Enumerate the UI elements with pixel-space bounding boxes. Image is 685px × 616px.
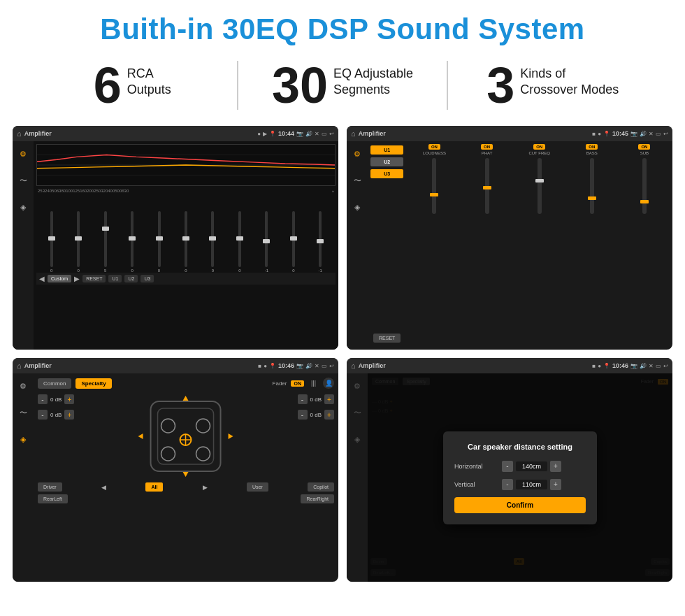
sp-speaker-side-icon[interactable]: ◈	[16, 432, 30, 446]
cr-phat-slider[interactable]	[485, 158, 489, 214]
crossover-screen-panel: ⌂ Amplifier ■ ● 📍 10:45 📷 🔊 ✕ ▭ ↩ ⚙ 〜 ◈	[347, 126, 672, 350]
sp-filter-icon[interactable]: ⚙	[16, 379, 30, 393]
eq-thumb-7[interactable]	[209, 236, 216, 241]
stat-divider-1	[237, 61, 238, 110]
cr-bass-thumb[interactable]	[588, 196, 596, 200]
cr-cutfreq-slider[interactable]	[538, 158, 542, 214]
dlg-vertical-minus[interactable]: -	[502, 479, 513, 490]
dlg-horizontal-minus[interactable]: -	[502, 461, 513, 472]
sp-user-btn[interactable]: User	[247, 482, 268, 492]
eq-custom-btn[interactable]: Custom	[48, 275, 71, 282]
sp-rearleft-btn[interactable]: RearLeft	[38, 494, 68, 503]
svg-point-7	[196, 419, 210, 433]
cr-phat-on[interactable]: ON	[481, 144, 493, 150]
sp-user-icon[interactable]: 👤	[323, 378, 334, 389]
sp-rr-value: 0 dB	[310, 412, 322, 418]
cr-cutfreq-on[interactable]: ON	[533, 144, 545, 150]
stat-label-rca: RCAOutputs	[127, 66, 171, 99]
sp-fader-on[interactable]: ON	[291, 380, 304, 387]
sp-rr-minus[interactable]: -	[298, 410, 308, 420]
eq-u1-btn[interactable]: U1	[108, 275, 122, 282]
eq-track-1[interactable]	[50, 211, 53, 267]
sp-copilot-btn[interactable]: Copilot	[308, 482, 334, 492]
eq-more-icon[interactable]: »	[332, 189, 334, 193]
cr-location-icon: 📍	[603, 131, 610, 137]
dlg-vertical-plus[interactable]: +	[550, 479, 561, 490]
eq-track-3[interactable]	[104, 211, 107, 267]
eq-track-2[interactable]	[77, 211, 80, 267]
cr-phat-thumb[interactable]	[483, 186, 491, 189]
cr-u2-btn[interactable]: U2	[370, 157, 403, 166]
sp-common-tab[interactable]: Common	[38, 378, 71, 389]
cr-reset-btn[interactable]: RESET	[373, 334, 401, 343]
stat-eq: 30 EQ AdjustableSegments	[252, 60, 433, 110]
eq-track-10[interactable]	[292, 211, 295, 267]
sp-wave-icon[interactable]: 〜	[16, 406, 30, 420]
sp-driver-btn[interactable]: Driver	[38, 482, 62, 492]
sp-rearright-btn[interactable]: RearRight	[301, 494, 334, 503]
eq-next-btn[interactable]: ▶	[74, 275, 80, 282]
eq-thumb-10[interactable]	[290, 236, 297, 241]
cr-loudness-slider[interactable]	[432, 158, 436, 214]
sp-fl-minus[interactable]: -	[38, 394, 48, 404]
eq-thumb-11[interactable]	[317, 239, 324, 243]
sp-rect-icon: ▭	[322, 363, 327, 369]
cr-loudness-thumb[interactable]	[430, 193, 438, 196]
eq-track-4[interactable]	[131, 211, 134, 267]
eq-slider-1: 0	[39, 211, 64, 273]
cr-sub-on[interactable]: ON	[638, 144, 650, 150]
cr-wave-icon[interactable]: 〜	[350, 173, 364, 187]
eq-thumb-2[interactable]	[75, 236, 82, 241]
eq-filter-icon[interactable]: ⚙	[16, 147, 30, 161]
sp-fr-minus[interactable]: -	[298, 394, 308, 404]
eq-thumb-9[interactable]	[263, 239, 270, 243]
sp-rl-plus[interactable]: +	[64, 410, 74, 420]
cr-cutfreq-thumb[interactable]	[535, 179, 544, 182]
eq-thumb-1[interactable]	[48, 236, 55, 241]
eq-track-9[interactable]	[265, 211, 268, 267]
cr-bass-slider[interactable]	[590, 158, 594, 214]
sp-left-arrow[interactable]: ◀	[101, 484, 106, 491]
eq-thumb-6[interactable]	[182, 236, 189, 241]
sp-rl-minus[interactable]: -	[38, 410, 48, 420]
sp-rr-plus[interactable]: +	[324, 410, 334, 420]
cr-home-icon: ⌂	[351, 129, 356, 138]
cr-speaker-side-icon[interactable]: ◈	[350, 200, 364, 214]
freq-100: 100	[66, 189, 73, 193]
eq-track-8[interactable]	[238, 211, 241, 267]
sp-right-arrow[interactable]: ▶	[203, 484, 208, 491]
sp-specialty-tab[interactable]: Specialty	[75, 378, 111, 389]
eq-bullet-icon: ●	[257, 131, 261, 137]
cr-filter-icon[interactable]: ⚙	[350, 147, 364, 161]
eq-track-6[interactable]	[185, 211, 187, 267]
sp-fl-plus[interactable]: +	[64, 394, 74, 404]
cr-u3-btn[interactable]: U3	[370, 169, 403, 178]
eq-reset-btn[interactable]: RESET	[82, 275, 106, 282]
eq-u2-btn[interactable]: U2	[124, 275, 138, 282]
eq-wave-icon[interactable]: 〜	[16, 173, 30, 187]
sp-fr-plus[interactable]: +	[324, 394, 334, 404]
eq-track-5[interactable]	[158, 211, 161, 267]
eq-thumb-8[interactable]	[236, 236, 243, 241]
eq-thumb-3[interactable]	[102, 227, 109, 231]
cr-content: ⚙ 〜 ◈ U1 U2 U3 RESET ON LOUDNESS	[347, 141, 672, 350]
dlg-confirm-button[interactable]: Confirm	[454, 497, 586, 513]
eq-speaker-side-icon[interactable]: ◈	[16, 200, 30, 214]
eq-thumb-5[interactable]	[156, 236, 163, 241]
cr-u1-btn[interactable]: U1	[370, 145, 403, 155]
eq-slider-11: -1	[308, 211, 333, 273]
cr-ch-cutfreq: ON CUT FREQ	[514, 144, 565, 347]
eq-track-7[interactable]	[211, 211, 214, 267]
cr-sub-thumb[interactable]	[640, 200, 649, 203]
cr-sub-slider[interactable]	[642, 158, 647, 214]
eq-track-11[interactable]	[319, 211, 322, 267]
eq-prev-btn[interactable]: ◀	[39, 275, 45, 282]
cr-loudness-on[interactable]: ON	[428, 144, 440, 150]
dlg-home-icon: ⌂	[351, 361, 356, 370]
cr-bass-on[interactable]: ON	[586, 144, 598, 150]
cr-sidebar: ⚙ 〜 ◈	[347, 141, 368, 350]
eq-u3-btn[interactable]: U3	[140, 275, 154, 282]
dlg-horizontal-plus[interactable]: +	[550, 461, 561, 472]
sp-all-btn[interactable]: All	[145, 482, 163, 492]
eq-thumb-4[interactable]	[129, 236, 136, 241]
